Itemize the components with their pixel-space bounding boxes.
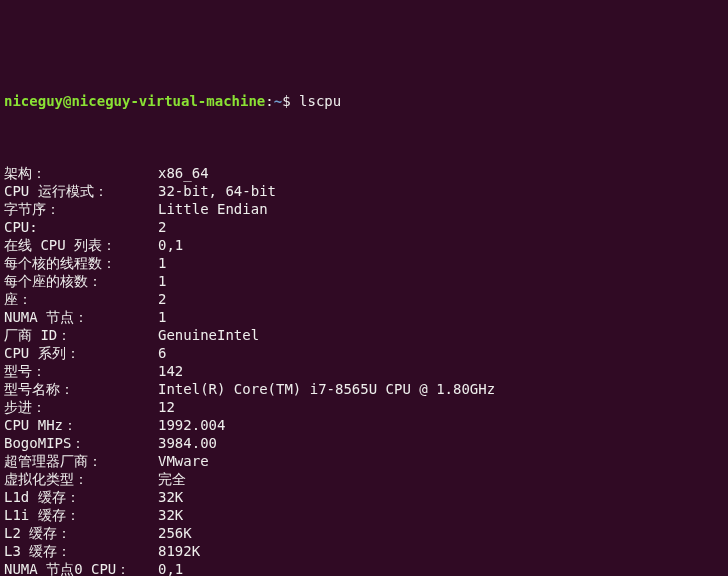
row-value: 6	[158, 345, 166, 361]
row-value: 1	[158, 273, 166, 289]
output-row: 超管理器厂商：VMware	[4, 452, 724, 470]
row-value: 32-bit, 64-bit	[158, 183, 276, 199]
command-text[interactable]: lscpu	[299, 93, 341, 109]
row-value: 0,1	[158, 561, 183, 576]
row-label: 厂商 ID：	[4, 326, 158, 344]
row-value: 0,1	[158, 237, 183, 253]
output-row: CPU MHz：1992.004	[4, 416, 724, 434]
output-row: 每个座的核数：1	[4, 272, 724, 290]
row-value: 142	[158, 363, 183, 379]
row-label: BogoMIPS：	[4, 434, 158, 452]
row-label: 每个核的线程数：	[4, 254, 158, 272]
row-value: 3984.00	[158, 435, 217, 451]
output-row: 字节序：Little Endian	[4, 200, 724, 218]
lscpu-output: 架构：x86_64CPU 运行模式：32-bit, 64-bit字节序：Litt…	[4, 164, 724, 576]
output-row: 每个核的线程数：1	[4, 254, 724, 272]
row-value: 2	[158, 291, 166, 307]
output-row: 型号名称：Intel(R) Core(TM) i7-8565U CPU @ 1.…	[4, 380, 724, 398]
row-value: 1992.004	[158, 417, 225, 433]
output-row: 架构：x86_64	[4, 164, 724, 182]
row-label: L3 缓存：	[4, 542, 158, 560]
row-label: 每个座的核数：	[4, 272, 158, 290]
row-label: 在线 CPU 列表：	[4, 236, 158, 254]
row-label: NUMA 节点0 CPU：	[4, 560, 158, 576]
row-label: 架构：	[4, 164, 158, 182]
output-row: NUMA 节点：1	[4, 308, 724, 326]
row-value: 2	[158, 219, 166, 235]
row-value: 12	[158, 399, 175, 415]
prompt-colon: :	[265, 93, 273, 109]
output-row: CPU 运行模式：32-bit, 64-bit	[4, 182, 724, 200]
row-value: 8192K	[158, 543, 200, 559]
row-label: 型号名称：	[4, 380, 158, 398]
row-label: 座：	[4, 290, 158, 308]
output-row: 型号：142	[4, 362, 724, 380]
row-value: 32K	[158, 507, 183, 523]
prompt-user: niceguy@niceguy-virtual-machine	[4, 93, 265, 109]
row-label: CPU 系列：	[4, 344, 158, 362]
output-row: 厂商 ID：GenuineIntel	[4, 326, 724, 344]
row-label: L1d 缓存：	[4, 488, 158, 506]
row-label: 步进：	[4, 398, 158, 416]
row-value: GenuineIntel	[158, 327, 259, 343]
row-value: 1	[158, 309, 166, 325]
output-row: CPU:2	[4, 218, 724, 236]
row-label: L2 缓存：	[4, 524, 158, 542]
output-row: 虚拟化类型：完全	[4, 470, 724, 488]
output-row: L2 缓存：256K	[4, 524, 724, 542]
prompt-line: niceguy@niceguy-virtual-machine:~$ lscpu	[4, 92, 724, 110]
row-label: CPU MHz：	[4, 416, 158, 434]
output-row: L1i 缓存：32K	[4, 506, 724, 524]
row-label: 超管理器厂商：	[4, 452, 158, 470]
prompt-path: ~	[274, 93, 282, 109]
row-value: 32K	[158, 489, 183, 505]
row-label: CPU:	[4, 218, 158, 236]
output-row: 在线 CPU 列表：0,1	[4, 236, 724, 254]
row-label: CPU 运行模式：	[4, 182, 158, 200]
row-value: 完全	[158, 471, 186, 487]
output-row: 座：2	[4, 290, 724, 308]
output-row: L3 缓存：8192K	[4, 542, 724, 560]
row-value: x86_64	[158, 165, 209, 181]
row-value: Little Endian	[158, 201, 268, 217]
row-value: 256K	[158, 525, 192, 541]
row-label: 型号：	[4, 362, 158, 380]
output-row: NUMA 节点0 CPU：0,1	[4, 560, 724, 576]
row-value: 1	[158, 255, 166, 271]
output-row: CPU 系列：6	[4, 344, 724, 362]
row-label: 字节序：	[4, 200, 158, 218]
row-label: 虚拟化类型：	[4, 470, 158, 488]
row-value: Intel(R) Core(TM) i7-8565U CPU @ 1.80GHz	[158, 381, 495, 397]
prompt-dollar: $	[282, 93, 299, 109]
output-row: BogoMIPS：3984.00	[4, 434, 724, 452]
output-row: L1d 缓存：32K	[4, 488, 724, 506]
row-label: L1i 缓存：	[4, 506, 158, 524]
row-label: NUMA 节点：	[4, 308, 158, 326]
row-value: VMware	[158, 453, 209, 469]
output-row: 步进：12	[4, 398, 724, 416]
